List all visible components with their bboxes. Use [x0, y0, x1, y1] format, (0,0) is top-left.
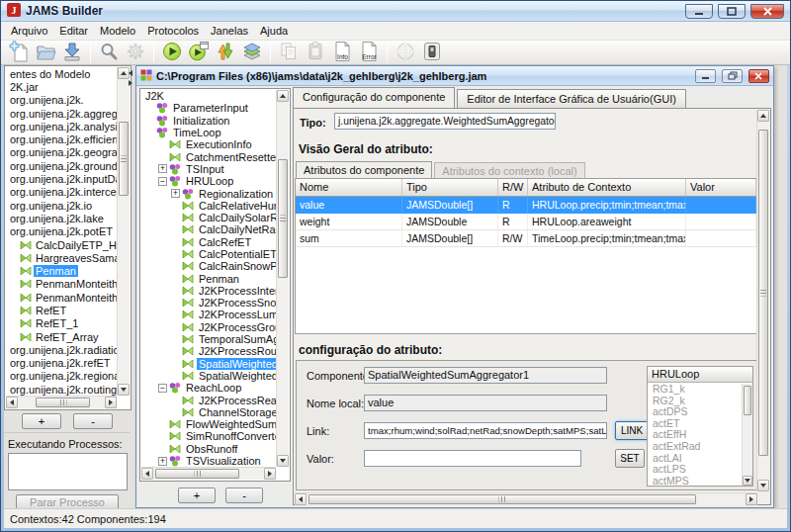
- expand-icon[interactable]: +: [158, 457, 167, 466]
- tree-item-tsinput[interactable]: +TSInput: [141, 163, 276, 175]
- scroll-right-button[interactable]: [746, 493, 757, 505]
- tree-item-tsvisualization[interactable]: +TSVisualization: [141, 455, 276, 467]
- menu-ajuda[interactable]: Ajuda: [254, 23, 294, 39]
- scroll-thumb[interactable]: [278, 159, 288, 278]
- model-list-item-2k-jar[interactable]: 2K.jar: [6, 80, 117, 93]
- model-list-item-entes-do-modelo[interactable]: entes do Modelo: [6, 67, 117, 80]
- menu-janelas[interactable]: Janelas: [205, 23, 254, 39]
- run-model-gui-button[interactable]: [186, 42, 212, 64]
- model-list-item-org-unijena-j2k-routing[interactable]: org.unijena.j2k.routing: [6, 383, 117, 396]
- context-attribute-actet[interactable]: actET: [649, 418, 741, 430]
- remove-component-button[interactable]: -: [73, 413, 113, 429]
- tree-item-calcrelativehumidity[interactable]: CalcRelativeHumidity: [141, 200, 276, 212]
- model-list-item-org-unijena-j2k-groundwat[interactable]: org.unijena.j2k.groundwat: [6, 159, 117, 172]
- scroll-right-button[interactable]: [264, 468, 276, 480]
- tree-item-executioninfo[interactable]: ExecutionInfo: [141, 138, 276, 150]
- model-list-item-refet-array[interactable]: RefET_Array: [6, 330, 117, 343]
- menu-modelo[interactable]: Modelo: [94, 23, 141, 39]
- tree-item-simrunoffconverter[interactable]: SimRunoffConverter: [141, 430, 276, 442]
- tree-item-j2kprocessinterception[interactable]: J2KProcessInterception: [141, 285, 276, 297]
- model-list-item-penmanmonteith-1[interactable]: PenmanMonteith_1: [6, 291, 117, 304]
- left-panel-vertical-scrollbar[interactable]: [117, 67, 130, 396]
- column-header-tipo[interactable]: Tipo: [402, 179, 498, 196]
- context-attribute-actextrad[interactable]: actExtRad: [649, 441, 741, 453]
- model-list-item-org-unijena-j2k-inputdata[interactable]: org.unijena.j2k.inputData: [6, 172, 117, 185]
- model-io-button[interactable]: [213, 42, 238, 64]
- tree-remove-button[interactable]: -: [225, 488, 263, 503]
- config-horizontal-scrollbar[interactable]: [295, 492, 757, 505]
- tree-item-calcpotentialet[interactable]: CalcPotentialET: [141, 248, 276, 260]
- copy-button[interactable]: [276, 42, 302, 64]
- tree-vertical-scrollbar[interactable]: [276, 90, 289, 467]
- tree-item-spatialweightedsumag[interactable]: SpatialWeightedSumAg: [141, 358, 276, 370]
- error-log-button[interactable]: Error: [356, 42, 382, 64]
- tree-item-catchmentresetter[interactable]: CatchmentResetter: [141, 150, 276, 162]
- tree-item-j2kprocessreachrouti[interactable]: J2KProcessReachRouti: [141, 394, 276, 405]
- column-header-atributo-de-contexto[interactable]: Atributo de Contexto: [528, 179, 686, 196]
- scroll-down-button[interactable]: [743, 476, 752, 486]
- splitter-collapse-left-icon[interactable]: [129, 70, 132, 76]
- tree-item-j2kprocesssnow[interactable]: J2KProcessSnow: [141, 297, 276, 309]
- scroll-thumb[interactable]: [36, 398, 90, 407]
- menu-arquivo[interactable]: Arquivo: [5, 23, 53, 39]
- model-list-item-org-unijena-j2k-aggregate[interactable]: org.unijena.j2k.aggregate: [6, 107, 117, 120]
- scroll-up-button[interactable]: [757, 110, 769, 122]
- settings-button[interactable]: [123, 42, 148, 64]
- model-list-item-penmanmonteith[interactable]: PenmanMonteith: [6, 278, 117, 291]
- tree-item-obsrunoff[interactable]: ObsRunoff: [141, 443, 276, 455]
- tree-item-j2kprocessrouting[interactable]: J2KProcessRouting: [141, 345, 276, 357]
- paste-button[interactable]: [303, 42, 328, 64]
- model-list-item-org-unijena-j2k-interceptio[interactable]: org.unijena.j2k.interceptio: [6, 186, 117, 199]
- close-button[interactable]: [750, 4, 784, 19]
- scroll-thumb[interactable]: [308, 494, 696, 504]
- value-field[interactable]: [364, 450, 581, 467]
- context-attribute-acteffh[interactable]: actEffH: [649, 429, 741, 441]
- save-model-button[interactable]: [59, 42, 85, 64]
- tree-item-timeloop[interactable]: TimeLoop: [141, 127, 276, 138]
- set-button[interactable]: SET: [615, 449, 645, 468]
- table-row-weight[interactable]: weightJAMSDoubleRHRULoop.areaweight: [296, 214, 756, 230]
- tree-item-calcrefet[interactable]: CalcRefET: [141, 236, 276, 248]
- tree-item-j2kprocesslumpedsoilw[interactable]: J2KProcessLumpedSoilW: [141, 309, 276, 320]
- scroll-right-button[interactable]: [105, 397, 117, 408]
- model-list-item-org-unijena-j2k-potet[interactable]: org.unijena.j2k.potET: [6, 225, 117, 238]
- context-attribute-actlps[interactable]: actLPS: [649, 464, 741, 476]
- tab-component-config[interactable]: Configuração do componente: [293, 87, 455, 108]
- menu-protocolos[interactable]: Protocolos: [141, 23, 205, 39]
- tree-item-j2kprocessgroundwate[interactable]: J2KProcessGroundwate: [141, 321, 276, 333]
- scroll-left-button[interactable]: [141, 468, 153, 480]
- tree-item-hruloop[interactable]: −HRULoop: [141, 175, 276, 187]
- run-model-button[interactable]: [159, 42, 185, 64]
- scroll-thumb[interactable]: [155, 469, 239, 479]
- tree-horizontal-scrollbar[interactable]: [141, 467, 276, 480]
- tree-item-penman[interactable]: Penman: [141, 272, 276, 284]
- context-attribute-rg1-k[interactable]: RG1_k: [649, 384, 741, 396]
- model-list-item-org-unijena-j2k-efficiencies[interactable]: org.unijena.j2k.efficiencies: [6, 133, 117, 145]
- model-list-item-org-unijena-j2k-io[interactable]: org.unijena.j2k.io: [6, 199, 117, 212]
- open-model-button[interactable]: [33, 42, 58, 64]
- menu-editar[interactable]: Editar: [53, 23, 94, 39]
- document-restore-button[interactable]: [722, 69, 743, 83]
- tree-item-reachloop[interactable]: −ReachLoop: [141, 382, 276, 394]
- tree-item-regionalization[interactable]: +Regionalization: [141, 187, 276, 199]
- context-list-scrollbar[interactable]: [742, 384, 752, 486]
- web-button[interactable]: [393, 42, 418, 64]
- table-row-sum[interactable]: sumJAMSDouble[]R/WTimeLoop.precip;tmin;t…: [296, 230, 756, 247]
- info-log-button[interactable]: Info: [329, 42, 355, 64]
- model-list-item-org-unijena-j2k-radiation[interactable]: org.unijena.j2k.radiation: [6, 343, 117, 356]
- expand-icon[interactable]: +: [158, 164, 167, 173]
- scroll-thumb[interactable]: [758, 130, 768, 456]
- context-attribute-actlai[interactable]: actLAI: [649, 453, 741, 465]
- column-header-r-w[interactable]: R/W: [498, 179, 528, 196]
- tree-item-temporalsumaggregat[interactable]: TemporalSumAggregat: [141, 333, 276, 345]
- tree-item-spatialweightedsumag[interactable]: SpatialWeightedSumAg: [141, 370, 276, 382]
- layers-button[interactable]: [239, 42, 265, 64]
- model-list-item-org-unijena-j2k[interactable]: org.unijena.j2k.: [6, 94, 117, 107]
- minimize-button[interactable]: [685, 4, 713, 19]
- column-header-valor[interactable]: Valor: [686, 179, 756, 196]
- model-list-item-refet-1[interactable]: RefET_1: [6, 317, 117, 330]
- expand-icon[interactable]: +: [171, 189, 180, 198]
- new-model-button[interactable]: [6, 42, 32, 64]
- tab-gui-editor[interactable]: Editor de Interface Gráfica de Usuário(G…: [457, 89, 686, 108]
- model-list-item-org-unijena-j2k-geographic[interactable]: org.unijena.j2k.geographic: [6, 146, 117, 159]
